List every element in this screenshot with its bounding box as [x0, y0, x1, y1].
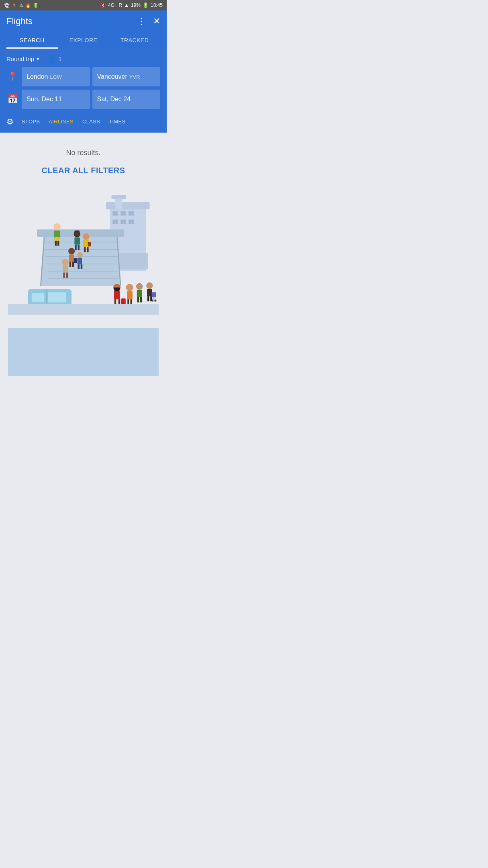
- class-filter-button[interactable]: CLASS: [78, 116, 104, 127]
- return-date-label: Sat, Dec 24: [97, 96, 131, 103]
- svg-rect-5: [112, 211, 118, 216]
- svg-rect-82: [8, 304, 159, 315]
- calendar-icon: 📅: [6, 94, 18, 104]
- svg-rect-68: [152, 292, 156, 297]
- mute-icon: 🔇: [100, 2, 106, 8]
- location-fields: London LGW Vancouver YVR: [22, 67, 160, 86]
- app-header: Flights ⋮ ✕ SEARCH EXPLORE TRACKED: [0, 10, 167, 49]
- battery-percent: 19%: [131, 2, 141, 8]
- svg-rect-24: [55, 237, 60, 241]
- svg-rect-44: [78, 264, 80, 269]
- svg-rect-45: [81, 264, 83, 269]
- location-row: 📍 London LGW Vancouver YVR: [6, 67, 160, 86]
- app-title: Flights: [6, 16, 33, 27]
- airlines-filter-button[interactable]: AIRLINES: [45, 116, 78, 127]
- svg-point-66: [146, 283, 153, 289]
- tab-bar: SEARCH EXPLORE TRACKED: [6, 32, 160, 49]
- svg-rect-63: [137, 290, 142, 297]
- svg-rect-28: [74, 231, 80, 233]
- clock: 18:45: [151, 2, 163, 8]
- airport-illustration: [8, 191, 159, 315]
- svg-point-22: [53, 223, 61, 231]
- svg-point-58: [126, 284, 133, 291]
- svg-point-71: [154, 299, 156, 301]
- location-pin-icon: 📍: [6, 72, 18, 82]
- header-top: Flights ⋮ ✕: [6, 16, 160, 32]
- svg-rect-48: [63, 272, 65, 278]
- person-icon: 👤: [47, 54, 56, 63]
- svg-rect-54: [121, 299, 126, 304]
- svg-rect-21: [37, 229, 124, 237]
- svg-rect-43: [74, 258, 77, 263]
- svg-rect-39: [69, 262, 71, 267]
- svg-rect-34: [88, 242, 91, 247]
- origin-input[interactable]: London LGW: [22, 67, 90, 86]
- svg-rect-29: [74, 237, 80, 245]
- date-row: 📅 Sun, Dec 11 Sat, Dec 24: [6, 90, 160, 109]
- ground-area: [8, 328, 159, 376]
- times-filter-button[interactable]: TIMES: [105, 116, 129, 127]
- stops-filter-button[interactable]: STOPS: [18, 116, 44, 127]
- depart-date-label: Sun, Dec 11: [27, 96, 62, 103]
- clear-all-filters-button[interactable]: CLEAR ALL FILTERS: [41, 166, 125, 175]
- svg-rect-7: [129, 211, 134, 216]
- svg-rect-64: [137, 297, 139, 303]
- svg-rect-6: [120, 211, 126, 216]
- svg-rect-59: [127, 291, 133, 299]
- signal-icon: ▲: [124, 2, 129, 8]
- trip-options: Round trip ▾ 👤 1: [6, 54, 160, 67]
- trip-type-arrow: ▾: [37, 55, 39, 62]
- results-area: No results. CLEAR ALL FILTERS: [0, 133, 167, 384]
- tab-tracked[interactable]: TRACKED: [109, 32, 160, 49]
- search-area: Round trip ▾ 👤 1 📍 London LGW Vancouver …: [0, 49, 167, 133]
- svg-rect-75: [32, 293, 45, 302]
- svg-rect-51: [114, 291, 120, 299]
- svg-point-62: [136, 283, 143, 290]
- tab-search[interactable]: SEARCH: [6, 32, 58, 49]
- battery-icon: 🔋: [143, 2, 149, 8]
- svg-rect-72: [147, 296, 149, 301]
- svg-rect-35: [84, 247, 86, 252]
- passenger-number: 1: [58, 55, 61, 62]
- svg-rect-10: [129, 219, 134, 224]
- origin-code: LGW: [50, 74, 62, 80]
- svg-rect-42: [78, 258, 82, 264]
- return-date-input[interactable]: Sat, Dec 24: [92, 90, 161, 109]
- no-results-message: No results.: [8, 149, 159, 157]
- depart-date-input[interactable]: Sun, Dec 11: [22, 90, 90, 109]
- ghost-icon: 👻: [4, 3, 10, 8]
- svg-rect-2: [106, 202, 149, 209]
- status-right: 🔇 4G+ R ▲ 19% 🔋 18:45: [100, 2, 163, 8]
- filters-row: ⚙ STOPS AIRLINES CLASS TIMES: [6, 112, 160, 133]
- svg-rect-49: [66, 272, 68, 278]
- tab-explore[interactable]: EXPLORE: [58, 32, 109, 49]
- svg-rect-30: [75, 245, 77, 250]
- walk-icon: 🏃: [12, 3, 17, 8]
- header-actions: ⋮ ✕: [137, 17, 160, 26]
- svg-rect-65: [140, 297, 142, 303]
- svg-rect-9: [120, 219, 126, 224]
- destination-code: YVR: [129, 74, 140, 80]
- filter-sliders-icon: ⚙: [6, 117, 14, 127]
- svg-point-46: [62, 259, 69, 265]
- status-bar: 👻 🏃 ⚠ 🔥 🔋 🔇 4G+ R ▲ 19% 🔋 18:45: [0, 0, 167, 10]
- destination-city: Vancouver: [97, 73, 127, 80]
- svg-point-37: [68, 248, 75, 254]
- close-button[interactable]: ✕: [153, 17, 160, 26]
- illustration-area: [8, 191, 159, 328]
- trip-type-selector[interactable]: Round trip ▾: [6, 55, 39, 62]
- svg-rect-25: [55, 241, 57, 246]
- more-options-button[interactable]: ⋮: [137, 17, 146, 26]
- svg-rect-36: [87, 247, 89, 252]
- origin-city: London: [27, 73, 48, 80]
- destination-input[interactable]: Vancouver YVR: [92, 67, 161, 86]
- status-left-icons: 👻 🏃 ⚠ 🔥 🔋: [4, 3, 39, 8]
- warning-icon: ⚠: [19, 3, 23, 8]
- svg-rect-38: [69, 254, 74, 262]
- svg-rect-76: [48, 292, 66, 302]
- network-label: 4G+ R: [108, 2, 122, 8]
- svg-rect-31: [78, 245, 80, 250]
- svg-rect-26: [57, 241, 59, 246]
- passenger-selector[interactable]: 👤 1: [47, 54, 61, 63]
- svg-rect-67: [147, 289, 152, 296]
